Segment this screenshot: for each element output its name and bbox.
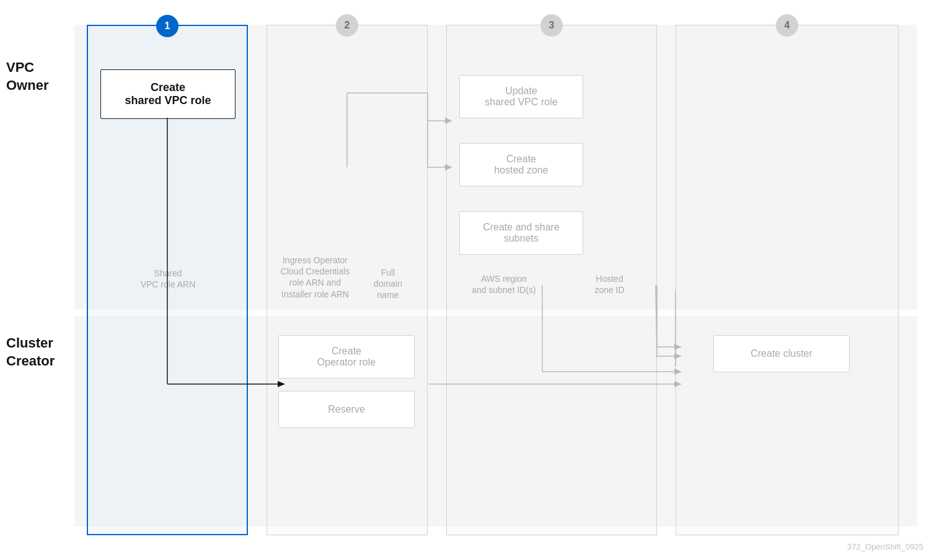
step-circle-3: 3: [540, 14, 563, 37]
update-shared-vpc-role-box: Update shared VPC role: [459, 75, 583, 118]
step-circle-2: 2: [336, 14, 358, 37]
diagram-container: VPC Owner Cluster Creator 1 Create share…: [0, 0, 942, 560]
step-col-3: 3 Update shared VPC role Create hosted z…: [446, 25, 657, 535]
create-operator-role-box: Create Operator role: [278, 335, 415, 378]
watermark: 372_OpenShift_0925: [847, 542, 923, 551]
reserve-box: Reserve: [278, 391, 415, 428]
vpc-owner-label: VPC Owner: [6, 59, 48, 94]
aws-region-subnet-label: AWS region and subnet ID(s): [454, 273, 553, 295]
ingress-credentials-label: Ingress Operator Cloud Credentials role …: [273, 255, 357, 300]
step-circle-1: 1: [156, 15, 178, 37]
create-shared-vpc-role-box: Create shared VPC role: [100, 69, 236, 119]
hosted-zone-id-label: Hosted zone ID: [577, 273, 642, 295]
cluster-creator-label: Cluster Creator: [6, 335, 55, 370]
step-col-2: 2 Ingress Operator Cloud Credentials rol…: [266, 25, 428, 535]
step-col-1: 1 Create shared VPC role Shared VPC role…: [87, 25, 248, 535]
step-circle-4: 4: [776, 14, 798, 37]
create-hosted-zone-box: Create hosted zone: [459, 143, 583, 186]
create-share-subnets-box: Create and share subnets: [459, 211, 583, 255]
create-cluster-box: Create cluster: [713, 335, 850, 372]
full-domain-name-label: Full domain name: [363, 267, 413, 301]
step-col-4: 4 Create cluster: [676, 25, 899, 535]
shared-vpc-role-arn-label: Shared VPC role ARN: [119, 268, 217, 290]
